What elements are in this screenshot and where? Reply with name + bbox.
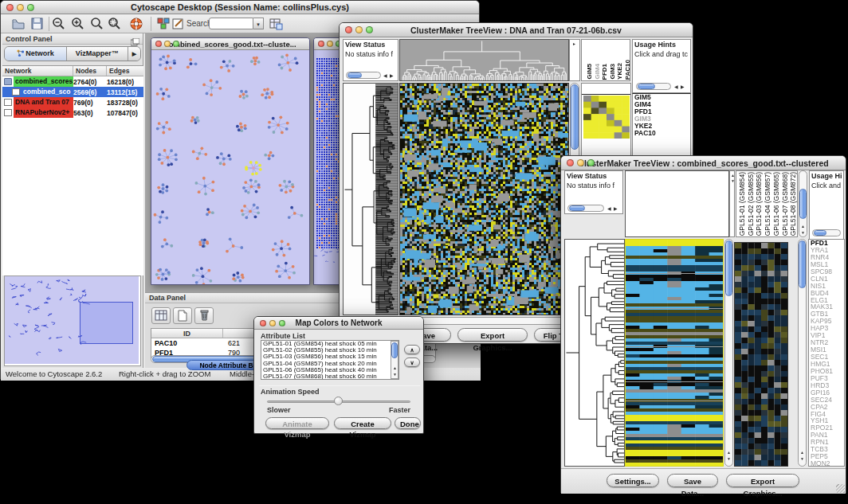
scroll-right-icon[interactable]: ▶	[681, 84, 685, 89]
zoom-in-icon[interactable]	[71, 17, 85, 31]
vizmapper-icon[interactable]	[156, 17, 171, 31]
maximize-icon[interactable]	[27, 4, 34, 11]
minimize-icon[interactable]	[355, 26, 363, 33]
tv1-column-dendrogram[interactable]	[399, 39, 569, 81]
scroll-up-icon[interactable]: ▲	[393, 365, 397, 370]
birdseye-view[interactable]	[4, 275, 141, 366]
scroll-right-icon[interactable]: ▶	[390, 73, 394, 78]
attribute-list-item[interactable]: GPL51-07 (GSM868) heat shock 60 min	[261, 373, 398, 380]
treeview1-titlebar[interactable]: ClusterMaker TreeView : DNA and Tran 07-…	[340, 23, 693, 37]
tv1-mini-matrix[interactable]	[583, 96, 630, 139]
tv2-collabel-vscrollbar[interactable]: ▲ ▼	[799, 170, 807, 237]
status-text: Middle-	[230, 369, 254, 378]
tv2-export-graphics-button[interactable]: Export Graphics...	[726, 474, 799, 487]
minimize-icon[interactable]	[577, 159, 584, 166]
tv2-settings-button[interactable]: Settings...	[607, 474, 659, 487]
tv2-heatmap-vscrollbar[interactable]: ▲ ▼	[724, 239, 733, 467]
network-row[interactable]: combined_scores2764(0)16218(0)	[2, 76, 143, 87]
maximize-icon[interactable]	[366, 26, 373, 33]
tv2-save-data-button[interactable]: Save Data...	[667, 474, 718, 487]
close-icon[interactable]	[345, 26, 352, 33]
network-frame-titlebar[interactable]: combined_scores_good.txt--cluste...	[151, 38, 309, 50]
move-down-button[interactable]: ∨	[404, 357, 420, 367]
tv1-heatmap[interactable]	[399, 83, 569, 315]
minimize-icon[interactable]	[164, 41, 171, 47]
tv1-status-hscrollbar[interactable]	[346, 72, 381, 79]
scroll-up-icon[interactable]: ▲	[800, 450, 804, 455]
scroll-left-icon[interactable]: ◀	[674, 84, 678, 89]
attribute-list-vscrollbar[interactable]: ▲ ▼	[391, 341, 398, 379]
tv2-status-hscrollbar[interactable]	[567, 205, 604, 212]
zoom-selected-icon[interactable]	[108, 17, 122, 31]
tv1-heatmap-hscrollbar[interactable]	[399, 317, 569, 325]
scroll-down-icon[interactable]: ▼	[800, 456, 804, 461]
slider-min-label: Slower	[267, 406, 291, 414]
tv2-column-dendrogram[interactable]	[625, 170, 729, 237]
tv1-export-graphics-button[interactable]: Export Graphics...	[457, 328, 528, 342]
network-canvas[interactable]	[151, 50, 309, 284]
move-up-button[interactable]: ∧	[404, 345, 420, 354]
slider-thumb[interactable]	[334, 397, 343, 405]
expand-right-icon[interactable]: ▸	[573, 41, 575, 46]
close-icon[interactable]	[260, 320, 266, 326]
minimize-icon[interactable]	[327, 41, 333, 47]
create-vizmap-button[interactable]: Create Vizmap	[334, 417, 391, 429]
search-input[interactable]	[209, 18, 253, 29]
scroll-down-icon[interactable]: ▼	[727, 456, 731, 461]
tab-vizmapper[interactable]: VizMapper™	[67, 47, 129, 61]
open-file-icon[interactable]	[11, 17, 26, 31]
network-row[interactable]: RNAPuberNov2+563(0)107847(0)	[2, 107, 143, 118]
select-attributes-button[interactable]	[151, 307, 171, 324]
scroll-left-icon[interactable]: ◀	[383, 73, 387, 78]
tv2-zoom-heatmap[interactable]	[734, 242, 788, 467]
animate-vizmap-button[interactable]: Animate Vizmap	[265, 417, 329, 429]
column-label: GIM3	[609, 64, 616, 80]
tv2-hints-hscrollbar[interactable]	[812, 229, 841, 236]
annotation-icon[interactable]	[171, 17, 186, 31]
scroll-down-icon[interactable]: ▼	[801, 230, 805, 235]
tv1-col-strip: ▸	[569, 39, 580, 81]
zoom-out-icon[interactable]	[52, 17, 66, 31]
done-button[interactable]: Done	[395, 417, 421, 429]
control-panel-tabs: Network VizMapper™ ▶	[4, 46, 141, 61]
scroll-down-icon[interactable]: ▼	[393, 372, 397, 377]
tab-overflow-icon[interactable]: ▶	[128, 47, 140, 61]
close-icon[interactable]	[567, 159, 574, 166]
network-row[interactable]: DNA and Tran 07769(0)183728(0)	[2, 97, 143, 107]
maximize-icon[interactable]	[279, 320, 285, 326]
save-icon[interactable]	[30, 17, 45, 31]
tv2-row-dendrogram[interactable]	[564, 239, 625, 467]
treeview2-titlebar[interactable]: ClusterMaker TreeView : combined_scores_…	[561, 156, 846, 170]
scroll-right-icon[interactable]: ▶	[614, 206, 618, 211]
zoom-fit-icon[interactable]	[90, 17, 104, 31]
close-icon[interactable]	[155, 41, 162, 47]
new-attribute-button[interactable]	[173, 307, 192, 324]
maximize-icon[interactable]	[173, 41, 179, 47]
minimize-icon[interactable]	[269, 320, 276, 326]
tv2-heatmap[interactable]	[625, 239, 724, 467]
search-dropdown-icon[interactable]: ▾	[253, 18, 264, 29]
tv1-row-dendrogram[interactable]	[343, 83, 398, 315]
birdseye-canvas[interactable]	[5, 276, 139, 364]
cytoscape-titlebar[interactable]: Cytoscape Desktop (Session Name: collins…	[1, 1, 479, 14]
help-lifebuoy-icon[interactable]	[129, 17, 143, 31]
close-icon[interactable]	[6, 4, 14, 11]
close-icon[interactable]	[318, 41, 324, 47]
minimize-icon[interactable]	[17, 4, 24, 11]
tab-network[interactable]: Network	[5, 47, 67, 61]
maximize-icon[interactable]	[587, 159, 595, 166]
treeview2-title: ClusterMaker TreeView : combined_scores_…	[578, 158, 828, 168]
scroll-down-icon[interactable]: ▼	[731, 178, 735, 183]
resize-grip[interactable]	[836, 484, 845, 493]
delete-attribute-icon[interactable]	[194, 307, 214, 324]
tv2-genelist-vscrollbar[interactable]: ▲ ▼	[798, 239, 807, 467]
scroll-up-icon[interactable]: ▲	[731, 173, 735, 178]
dialog-titlebar[interactable]: Map Colors to Network	[254, 317, 423, 330]
scroll-left-icon[interactable]: ◀	[607, 206, 611, 211]
network-edges: 16218(0)	[107, 78, 143, 86]
network-row[interactable]: combined_sco2569(6)13112(15)	[2, 87, 143, 97]
table-browser-icon[interactable]	[269, 17, 283, 31]
scroll-up-icon[interactable]: ▲	[801, 224, 805, 229]
scroll-up-icon[interactable]: ▲	[727, 450, 731, 455]
tv1-hints-hscrollbar[interactable]	[636, 83, 671, 90]
